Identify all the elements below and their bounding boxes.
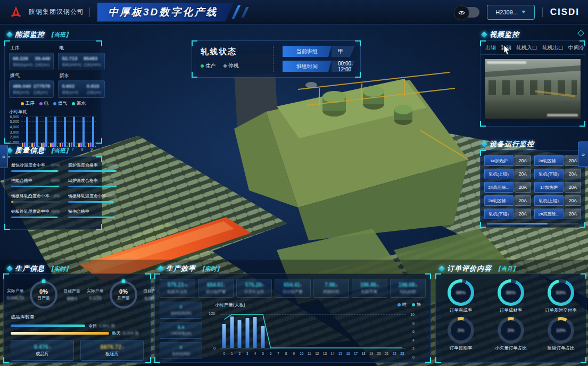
quality-metric: 探伤合格率97% (68, 209, 117, 218)
equipment-item: 轧机(上辊)20A (534, 195, 581, 206)
header-divider (89, 7, 90, 17)
x-axis-tick: 1 (228, 352, 236, 355)
y-axis-tick: 120 (209, 311, 216, 316)
inventory-card: 8876.72t板坯库 (80, 340, 144, 361)
quality-metric: 出炉温度合格率100% (68, 178, 117, 187)
gauge-percent: 0% (39, 288, 48, 295)
y-axis-tick: 1,000 (10, 140, 19, 144)
equipment-item-button[interactable]: 轧机(上辊) (484, 169, 514, 179)
y-axis-tick-right: 10 (410, 313, 415, 317)
corner-bracket-icon (192, 40, 197, 46)
diamond-icon (481, 31, 487, 37)
efficiency-stat-card: 654.41t日计划产量 (275, 279, 310, 298)
efficiency-stat-card: 7.98s间隙时间 (313, 279, 349, 298)
bar (80, 143, 82, 147)
efficiency-stat-card: 654.61t班计划产量 (198, 279, 234, 298)
left-panel-collapse-button[interactable]: « (0, 145, 8, 168)
inventory-card-label: 板坯库 (105, 351, 119, 357)
x-axis-tick: 15 (336, 352, 344, 355)
status-row-value: 甲 (332, 46, 355, 57)
quality-progress-bar (11, 217, 57, 218)
x-axis-tick: 3 (244, 352, 252, 355)
x-axis-tick: 4 (251, 352, 259, 355)
equipment-item-value: 20A (515, 182, 531, 193)
donut-label: 订单成材率 (500, 307, 523, 314)
quality-progress-bar (11, 170, 58, 172)
status-dot-icon (201, 64, 204, 68)
steel-grade-dropdown[interactable]: H2309... (487, 5, 535, 20)
equipment-item-button[interactable]: 2#高压除... (484, 182, 514, 193)
donut-label: 小欠量订单占比 (495, 345, 527, 352)
hourly-output-chart: 1200108642001234567891011121314151617181… (219, 311, 415, 355)
quality-progress-bar (11, 186, 59, 187)
equipment-item-button[interactable]: 2#高压除... (534, 209, 564, 219)
equipment-item-button[interactable]: 2#轧区辅... (484, 195, 514, 206)
corner-bracket-icon (581, 357, 586, 363)
donut-ring: 98% (448, 279, 474, 306)
efficiency-stat-label: 轧机作业率 (161, 289, 194, 295)
x-axis-tick: 12 (313, 352, 321, 355)
bar-group (31, 117, 40, 147)
bar (45, 117, 47, 147)
bar (64, 117, 66, 147)
y-axis-tick-right: 8 (412, 321, 415, 325)
quality-progress-bar (68, 186, 117, 187)
status-dot-icon (223, 64, 227, 68)
visibility-toggle[interactable] (455, 7, 479, 18)
gauge-side-label: 实际产量 (4, 288, 27, 294)
efficiency-stat-label: 班计划产量 (200, 289, 232, 295)
energy-card: 0.602单耗(m³/t)0.915总耗(m³) (58, 80, 104, 98)
equipment-panel: 1#加热炉20A2#轧区辅...20A轧机(上辊)20A轧机(下辊)20A2#高… (480, 150, 585, 228)
quality-metric-label: 钢板终轧凸度命中率 (11, 193, 49, 199)
efficiency-side-card: 8.4小时块数(块) (160, 322, 202, 339)
header-divider (542, 7, 543, 17)
energy-value-label: 总耗(m³) (34, 90, 51, 95)
legend-item: 新水 (72, 101, 86, 107)
camera-tab-2[interactable]: 装钢 (501, 44, 511, 52)
energy-value-label: 总耗(tce) (35, 62, 50, 68)
equipment-item-value: 20A (515, 169, 531, 179)
equipment-item-button[interactable]: 2#轧区辅... (534, 155, 564, 166)
corner-bracket-icon (480, 222, 486, 228)
panel-title-text: 能源监控 (15, 30, 45, 39)
quality-metric-label: 钢板终轧温度命中率 (68, 193, 106, 199)
line-status-legend: 生产停机 (201, 62, 239, 70)
side-stat-label: 当班轧制(t) (161, 351, 201, 356)
equipment-scrollbar[interactable] (487, 223, 578, 224)
legend-dot-icon (397, 303, 401, 306)
camera-tab-3[interactable]: 轧机入口 (516, 44, 537, 52)
bar (54, 117, 56, 147)
inventory-cards: 0.476t成品库8876.72t板坯库 (11, 340, 144, 361)
panel-title-text: 质量信息 (15, 146, 45, 155)
equipment-item-button[interactable]: 轧机(下辊) (484, 209, 514, 219)
inventory-title: 成品库数量 (11, 314, 151, 321)
bar (76, 146, 77, 147)
x-axis-tick: 13 (321, 352, 329, 355)
line-status-row: 当前班组甲 (283, 46, 355, 57)
equipment-item-button[interactable]: 轧机(上辊) (534, 195, 564, 206)
bar (78, 143, 80, 147)
right-panel-collapse-button[interactable]: » (578, 142, 588, 167)
inventory-bar-label: 昨天 (112, 330, 121, 336)
y-axis-tick: 6,000 (10, 115, 19, 119)
efficiency-stat-label: 日历作业率 (238, 289, 270, 295)
camera-tab-5[interactable]: 中间冷 (568, 44, 584, 52)
camera-tab-4[interactable]: 轧机出口 (542, 44, 564, 52)
equipment-item: 轧机(下辊)20A (484, 209, 531, 219)
efficiency-stat-value: 196.86s (353, 282, 386, 288)
efficiency-side-card: 0当班轧制(t) (160, 342, 202, 359)
donut-label: 订单超期率 (450, 345, 473, 352)
camera-tab-1[interactable]: 出钢 (485, 44, 496, 52)
equipment-item-button[interactable]: 轧机(下辊) (534, 169, 564, 179)
camera-scene-machines (488, 80, 577, 95)
production-gauge-group: 实际产量0.045万t0%日产量目标产量900 t (4, 281, 84, 309)
equipment-item-button[interactable]: 1#加热炉 (484, 155, 514, 166)
line-status-title: 轧线状态 (201, 47, 237, 57)
equipment-item-value: 20A (515, 155, 531, 166)
equipment-item-button[interactable]: 1#加热炉 (534, 182, 564, 193)
x-axis-tick: 23 (399, 352, 407, 355)
x-axis-tick: 20 (375, 352, 383, 355)
gauge-percent: 0% (119, 288, 128, 295)
donut-value: 95% (506, 290, 516, 295)
bar-group (68, 117, 78, 147)
